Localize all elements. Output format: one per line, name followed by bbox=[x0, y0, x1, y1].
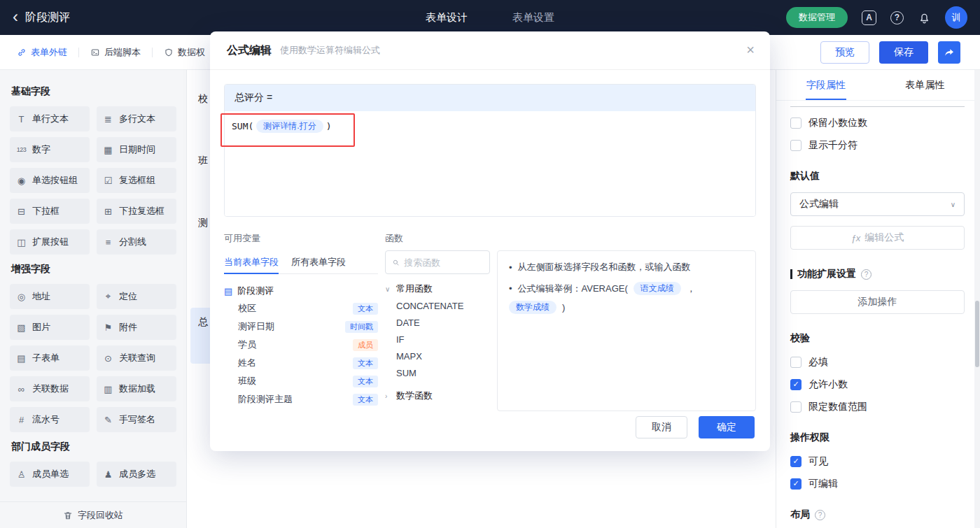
tab-field-properties[interactable]: 字段属性 bbox=[776, 70, 876, 100]
formula-edit-modal: 公式编辑 使用数学运算符编辑公式 × 总评分 = SUM( 测评详情.打分 ) … bbox=[210, 31, 770, 451]
function-group-math[interactable]: › 数学函数 bbox=[385, 387, 490, 404]
notification-icon[interactable] bbox=[918, 11, 931, 24]
sidebar-field-item[interactable]: ♟成员多选 bbox=[97, 462, 176, 487]
help-circle-icon[interactable]: ? bbox=[861, 269, 872, 280]
data-manage-button[interactable]: 数据管理 bbox=[786, 7, 848, 28]
tab-all-form-fields[interactable]: 所有表单字段 bbox=[291, 250, 346, 273]
form-icon: ▤ bbox=[224, 286, 232, 297]
toolbar-left: 表单外链 后端脚本 数据权 bbox=[17, 46, 205, 59]
checkbox[interactable] bbox=[790, 140, 802, 151]
tab-form-settings[interactable]: 表单设置 bbox=[512, 11, 554, 24]
enhanced-fields-grid: ◎地址 ⌖定位 ▧图片 ⚑附件 ▤子表单 ⊙关联查询 ∞关联数据 ▥数据加载 #… bbox=[10, 284, 176, 432]
sidebar-field-item[interactable]: T单行文本 bbox=[10, 106, 90, 131]
tab-form-properties[interactable]: 表单属性 bbox=[876, 70, 975, 100]
sidebar-field-item[interactable]: ▧图片 bbox=[10, 315, 90, 340]
sidebar-field-item[interactable]: ∞关联数据 bbox=[10, 376, 90, 401]
sidebar-field-item[interactable]: 123数字 bbox=[10, 137, 90, 162]
checkbox[interactable] bbox=[790, 478, 802, 490]
scrollbar-thumb[interactable] bbox=[975, 301, 979, 367]
sidebar-field-item[interactable]: ☑复选框组 bbox=[97, 168, 176, 193]
header-left: ‹ 阶段测评 bbox=[13, 10, 70, 25]
sidebar-field-item[interactable]: ◫扩展按钮 bbox=[10, 229, 90, 255]
function-item[interactable]: DATE bbox=[385, 314, 490, 331]
field-type-label: 子表单 bbox=[32, 352, 59, 364]
variables-tree-root[interactable]: ▤ 阶段测评 bbox=[224, 283, 378, 299]
sidebar-field-item[interactable]: ⊟下拉框 bbox=[10, 199, 90, 224]
variable-name: 测评日期 bbox=[238, 320, 274, 333]
sidebar-field-item[interactable]: ✎手写签名 bbox=[97, 407, 176, 432]
function-group-text[interactable]: › 文本函数 bbox=[385, 411, 490, 411]
sidebar-field-item[interactable]: ⚑附件 bbox=[97, 315, 176, 340]
function-item[interactable]: IF bbox=[385, 331, 490, 348]
variable-field-row[interactable]: 学员成员 bbox=[224, 336, 378, 354]
checkbox[interactable] bbox=[790, 117, 802, 129]
function-item[interactable]: SUM bbox=[385, 364, 490, 381]
preview-button[interactable]: 预览 bbox=[820, 41, 869, 64]
page-scrollbar bbox=[974, 70, 980, 528]
checkbox[interactable] bbox=[790, 456, 802, 467]
data-permission-item[interactable]: 数据权 bbox=[164, 46, 205, 59]
properties-panel: 字段属性 表单属性 保留小数位数 显示千分符 默认值 公式编辑 ∨ ƒx 编辑公… bbox=[776, 70, 974, 528]
translate-icon[interactable]: A bbox=[862, 10, 876, 25]
variable-field-row[interactable]: 阶段测评主题文本 bbox=[224, 390, 378, 408]
checkbox-label: 允许小数 bbox=[808, 378, 848, 391]
cancel-button[interactable]: 取消 bbox=[636, 416, 687, 438]
form-external-link-item[interactable]: 表单外链 bbox=[17, 46, 67, 59]
tab-current-form-fields[interactable]: 当前表单字段 bbox=[224, 250, 279, 273]
sidebar-field-item[interactable]: ≣多行文本 bbox=[97, 106, 176, 131]
sidebar-field-item[interactable]: ▤子表单 bbox=[10, 345, 90, 371]
checkbox-row: 显示千分符 bbox=[790, 139, 965, 152]
edit-formula-button[interactable]: ƒx 编辑公式 bbox=[790, 226, 965, 250]
sidebar-field-item[interactable]: ≡分割线 bbox=[97, 229, 176, 255]
checkbox[interactable] bbox=[790, 401, 802, 413]
formula-field-pill[interactable]: 测评详情.打分 bbox=[256, 120, 323, 133]
help-circle-icon[interactable]: ? bbox=[815, 510, 825, 520]
share-button[interactable] bbox=[938, 41, 960, 64]
help-icon[interactable]: ? bbox=[890, 11, 904, 24]
sidebar-field-item[interactable]: ▥数据加载 bbox=[97, 376, 176, 401]
variable-field-row[interactable]: 姓名文本 bbox=[224, 354, 378, 372]
sidebar-field-item[interactable]: ⌖定位 bbox=[97, 284, 176, 309]
sidebar-field-item[interactable]: ◎地址 bbox=[10, 284, 90, 309]
save-button[interactable]: 保存 bbox=[879, 41, 928, 64]
back-icon[interactable]: ‹ bbox=[13, 8, 18, 25]
chevron-down-icon: ∨ bbox=[385, 285, 392, 293]
formula-editor-area[interactable]: SUM( 测评详情.打分 ) bbox=[225, 111, 755, 216]
checkbox-row: 限定数值范围 bbox=[790, 401, 965, 413]
field-type-label: 扩展按钮 bbox=[32, 236, 69, 248]
sidebar-field-item[interactable]: #流水号 bbox=[10, 407, 90, 432]
sidebar-field-item[interactable]: ◉单选按钮组 bbox=[10, 168, 90, 193]
close-icon[interactable]: × bbox=[746, 43, 755, 57]
sidebar-field-item[interactable]: ⊞下拉复选框 bbox=[97, 199, 176, 224]
default-value-select[interactable]: 公式编辑 ∨ bbox=[790, 192, 965, 216]
field-type-icon: ☑ bbox=[102, 176, 114, 186]
sidebar-field-item[interactable]: ♙成员单选 bbox=[10, 462, 90, 487]
variable-field-row[interactable]: 测评日期时间戳 bbox=[224, 317, 378, 336]
modal-subtitle: 使用数学运算符编辑公式 bbox=[280, 44, 380, 57]
checkbox[interactable] bbox=[790, 357, 802, 368]
field-type-icon: ▦ bbox=[102, 145, 114, 155]
function-item[interactable]: CONCATENATE bbox=[385, 297, 490, 314]
function-search-input[interactable] bbox=[404, 257, 483, 268]
avatar[interactable]: 训 bbox=[945, 6, 967, 29]
checkbox[interactable] bbox=[790, 379, 802, 390]
tab-form-design[interactable]: 表单设计 bbox=[426, 11, 468, 24]
variable-field-row[interactable]: 校区文本 bbox=[224, 299, 378, 317]
field-type-icon: ⊞ bbox=[102, 206, 114, 217]
sidebar-field-item[interactable]: ⊙关联查询 bbox=[97, 345, 176, 371]
confirm-button[interactable]: 确定 bbox=[699, 416, 755, 438]
field-type-label: 关联数据 bbox=[32, 383, 69, 395]
section-title-enhanced-fields: 增强字段 bbox=[11, 263, 176, 276]
checkbox-label: 可见 bbox=[808, 455, 828, 468]
add-action-button[interactable]: 添加操作 bbox=[790, 290, 965, 314]
recycle-label: 字段回收站 bbox=[78, 509, 123, 522]
sidebar-field-item[interactable]: ▦日期时间 bbox=[97, 137, 176, 162]
backend-script-item[interactable]: 后端脚本 bbox=[90, 46, 141, 59]
divider bbox=[78, 48, 79, 57]
variable-field-row[interactable]: 班级文本 bbox=[224, 372, 378, 390]
field-recycle-bin[interactable]: 字段回收站 bbox=[0, 501, 186, 528]
function-group-common[interactable]: ∨ 常用函数 bbox=[385, 280, 490, 297]
chevron-right-icon: › bbox=[385, 392, 392, 400]
example-field-pill: 数学成绩 bbox=[509, 301, 556, 314]
function-item[interactable]: MAPX bbox=[385, 348, 490, 364]
